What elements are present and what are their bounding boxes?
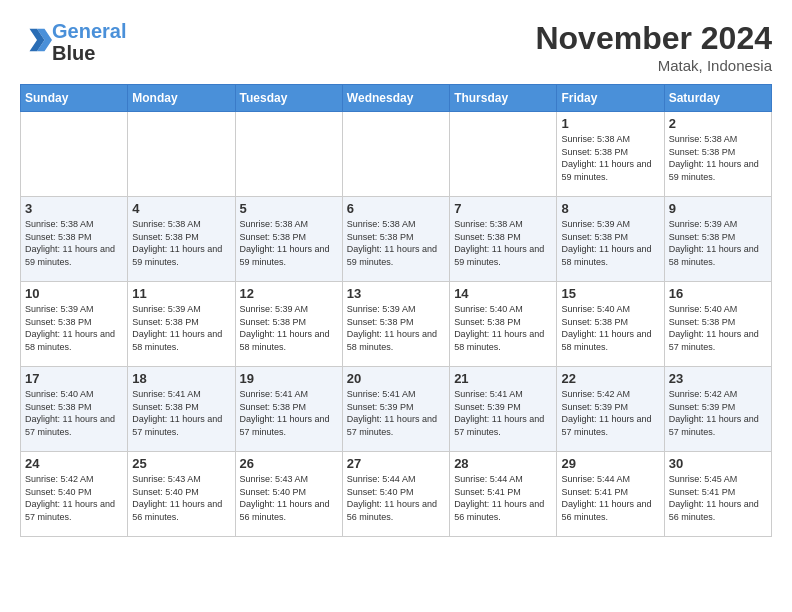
- day-info: Sunrise: 5:41 AM Sunset: 5:38 PM Dayligh…: [240, 388, 338, 438]
- calendar-cell: 27Sunrise: 5:44 AM Sunset: 5:40 PM Dayli…: [342, 452, 449, 537]
- day-number: 19: [240, 371, 338, 386]
- day-number: 22: [561, 371, 659, 386]
- page-header: GeneralBlue November 2024 Matak, Indones…: [20, 20, 772, 74]
- day-number: 10: [25, 286, 123, 301]
- day-info: Sunrise: 5:44 AM Sunset: 5:40 PM Dayligh…: [347, 473, 445, 523]
- day-number: 30: [669, 456, 767, 471]
- day-number: 4: [132, 201, 230, 216]
- day-number: 23: [669, 371, 767, 386]
- day-info: Sunrise: 5:39 AM Sunset: 5:38 PM Dayligh…: [561, 218, 659, 268]
- day-number: 17: [25, 371, 123, 386]
- day-info: Sunrise: 5:43 AM Sunset: 5:40 PM Dayligh…: [240, 473, 338, 523]
- logo: GeneralBlue: [20, 20, 126, 64]
- day-info: Sunrise: 5:41 AM Sunset: 5:39 PM Dayligh…: [347, 388, 445, 438]
- calendar-week-5: 24Sunrise: 5:42 AM Sunset: 5:40 PM Dayli…: [21, 452, 772, 537]
- day-number: 27: [347, 456, 445, 471]
- day-info: Sunrise: 5:39 AM Sunset: 5:38 PM Dayligh…: [669, 218, 767, 268]
- day-info: Sunrise: 5:40 AM Sunset: 5:38 PM Dayligh…: [561, 303, 659, 353]
- calendar-cell: 20Sunrise: 5:41 AM Sunset: 5:39 PM Dayli…: [342, 367, 449, 452]
- logo-icon: [22, 25, 52, 55]
- calendar-cell: 14Sunrise: 5:40 AM Sunset: 5:38 PM Dayli…: [450, 282, 557, 367]
- calendar-cell: [128, 112, 235, 197]
- calendar-cell: 18Sunrise: 5:41 AM Sunset: 5:38 PM Dayli…: [128, 367, 235, 452]
- calendar-cell: 19Sunrise: 5:41 AM Sunset: 5:38 PM Dayli…: [235, 367, 342, 452]
- weekday-header-friday: Friday: [557, 85, 664, 112]
- calendar-cell: 12Sunrise: 5:39 AM Sunset: 5:38 PM Dayli…: [235, 282, 342, 367]
- calendar-header: SundayMondayTuesdayWednesdayThursdayFrid…: [21, 85, 772, 112]
- calendar-cell: 16Sunrise: 5:40 AM Sunset: 5:38 PM Dayli…: [664, 282, 771, 367]
- day-info: Sunrise: 5:38 AM Sunset: 5:38 PM Dayligh…: [561, 133, 659, 183]
- day-info: Sunrise: 5:44 AM Sunset: 5:41 PM Dayligh…: [561, 473, 659, 523]
- day-info: Sunrise: 5:41 AM Sunset: 5:38 PM Dayligh…: [132, 388, 230, 438]
- calendar-cell: 2Sunrise: 5:38 AM Sunset: 5:38 PM Daylig…: [664, 112, 771, 197]
- day-info: Sunrise: 5:39 AM Sunset: 5:38 PM Dayligh…: [347, 303, 445, 353]
- day-info: Sunrise: 5:38 AM Sunset: 5:38 PM Dayligh…: [240, 218, 338, 268]
- calendar-week-4: 17Sunrise: 5:40 AM Sunset: 5:38 PM Dayli…: [21, 367, 772, 452]
- day-number: 9: [669, 201, 767, 216]
- day-info: Sunrise: 5:40 AM Sunset: 5:38 PM Dayligh…: [669, 303, 767, 353]
- location: Matak, Indonesia: [535, 57, 772, 74]
- calendar-week-3: 10Sunrise: 5:39 AM Sunset: 5:38 PM Dayli…: [21, 282, 772, 367]
- calendar-cell: 6Sunrise: 5:38 AM Sunset: 5:38 PM Daylig…: [342, 197, 449, 282]
- calendar-cell: [235, 112, 342, 197]
- day-number: 15: [561, 286, 659, 301]
- calendar-cell: 26Sunrise: 5:43 AM Sunset: 5:40 PM Dayli…: [235, 452, 342, 537]
- calendar-cell: 25Sunrise: 5:43 AM Sunset: 5:40 PM Dayli…: [128, 452, 235, 537]
- day-info: Sunrise: 5:38 AM Sunset: 5:38 PM Dayligh…: [132, 218, 230, 268]
- day-number: 29: [561, 456, 659, 471]
- day-info: Sunrise: 5:40 AM Sunset: 5:38 PM Dayligh…: [454, 303, 552, 353]
- calendar-cell: 22Sunrise: 5:42 AM Sunset: 5:39 PM Dayli…: [557, 367, 664, 452]
- title-block: November 2024 Matak, Indonesia: [535, 20, 772, 74]
- calendar-cell: [450, 112, 557, 197]
- calendar-cell: 15Sunrise: 5:40 AM Sunset: 5:38 PM Dayli…: [557, 282, 664, 367]
- day-info: Sunrise: 5:42 AM Sunset: 5:39 PM Dayligh…: [669, 388, 767, 438]
- calendar-cell: 3Sunrise: 5:38 AM Sunset: 5:38 PM Daylig…: [21, 197, 128, 282]
- calendar-cell: 1Sunrise: 5:38 AM Sunset: 5:38 PM Daylig…: [557, 112, 664, 197]
- calendar-body: 1Sunrise: 5:38 AM Sunset: 5:38 PM Daylig…: [21, 112, 772, 537]
- day-number: 5: [240, 201, 338, 216]
- day-info: Sunrise: 5:39 AM Sunset: 5:38 PM Dayligh…: [240, 303, 338, 353]
- calendar-cell: 13Sunrise: 5:39 AM Sunset: 5:38 PM Dayli…: [342, 282, 449, 367]
- calendar-cell: 10Sunrise: 5:39 AM Sunset: 5:38 PM Dayli…: [21, 282, 128, 367]
- month-title: November 2024: [535, 20, 772, 57]
- day-info: Sunrise: 5:38 AM Sunset: 5:38 PM Dayligh…: [669, 133, 767, 183]
- calendar-cell: 7Sunrise: 5:38 AM Sunset: 5:38 PM Daylig…: [450, 197, 557, 282]
- day-number: 11: [132, 286, 230, 301]
- day-number: 1: [561, 116, 659, 131]
- day-info: Sunrise: 5:42 AM Sunset: 5:40 PM Dayligh…: [25, 473, 123, 523]
- calendar-cell: 24Sunrise: 5:42 AM Sunset: 5:40 PM Dayli…: [21, 452, 128, 537]
- day-number: 2: [669, 116, 767, 131]
- weekday-header-saturday: Saturday: [664, 85, 771, 112]
- day-number: 12: [240, 286, 338, 301]
- day-info: Sunrise: 5:39 AM Sunset: 5:38 PM Dayligh…: [132, 303, 230, 353]
- day-info: Sunrise: 5:39 AM Sunset: 5:38 PM Dayligh…: [25, 303, 123, 353]
- calendar-cell: 8Sunrise: 5:39 AM Sunset: 5:38 PM Daylig…: [557, 197, 664, 282]
- day-number: 21: [454, 371, 552, 386]
- calendar-cell: 29Sunrise: 5:44 AM Sunset: 5:41 PM Dayli…: [557, 452, 664, 537]
- logo-text: GeneralBlue: [52, 20, 126, 64]
- day-number: 18: [132, 371, 230, 386]
- day-number: 14: [454, 286, 552, 301]
- day-info: Sunrise: 5:42 AM Sunset: 5:39 PM Dayligh…: [561, 388, 659, 438]
- calendar-cell: 4Sunrise: 5:38 AM Sunset: 5:38 PM Daylig…: [128, 197, 235, 282]
- weekday-header-wednesday: Wednesday: [342, 85, 449, 112]
- day-info: Sunrise: 5:43 AM Sunset: 5:40 PM Dayligh…: [132, 473, 230, 523]
- weekday-header-thursday: Thursday: [450, 85, 557, 112]
- day-info: Sunrise: 5:41 AM Sunset: 5:39 PM Dayligh…: [454, 388, 552, 438]
- calendar-week-1: 1Sunrise: 5:38 AM Sunset: 5:38 PM Daylig…: [21, 112, 772, 197]
- calendar-cell: 17Sunrise: 5:40 AM Sunset: 5:38 PM Dayli…: [21, 367, 128, 452]
- day-number: 13: [347, 286, 445, 301]
- calendar-table: SundayMondayTuesdayWednesdayThursdayFrid…: [20, 84, 772, 537]
- calendar-cell: 28Sunrise: 5:44 AM Sunset: 5:41 PM Dayli…: [450, 452, 557, 537]
- day-info: Sunrise: 5:45 AM Sunset: 5:41 PM Dayligh…: [669, 473, 767, 523]
- day-info: Sunrise: 5:38 AM Sunset: 5:38 PM Dayligh…: [347, 218, 445, 268]
- day-number: 25: [132, 456, 230, 471]
- day-number: 24: [25, 456, 123, 471]
- calendar-cell: 30Sunrise: 5:45 AM Sunset: 5:41 PM Dayli…: [664, 452, 771, 537]
- day-number: 20: [347, 371, 445, 386]
- day-info: Sunrise: 5:44 AM Sunset: 5:41 PM Dayligh…: [454, 473, 552, 523]
- calendar-cell: 5Sunrise: 5:38 AM Sunset: 5:38 PM Daylig…: [235, 197, 342, 282]
- calendar-cell: [21, 112, 128, 197]
- day-info: Sunrise: 5:40 AM Sunset: 5:38 PM Dayligh…: [25, 388, 123, 438]
- weekday-header-row: SundayMondayTuesdayWednesdayThursdayFrid…: [21, 85, 772, 112]
